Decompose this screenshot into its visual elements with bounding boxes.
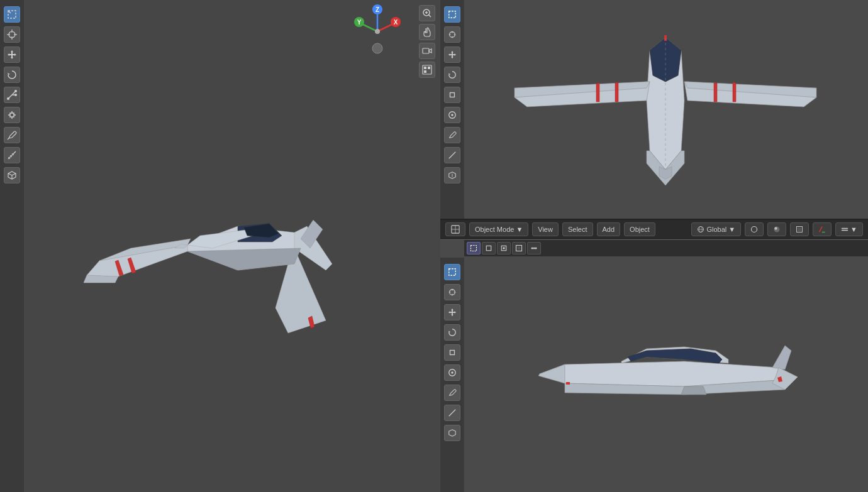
cursor-btn-tr[interactable] <box>444 26 460 43</box>
measure-btn-tr[interactable] <box>444 147 460 163</box>
svg-rect-42 <box>424 67 426 69</box>
svg-point-93 <box>752 226 757 232</box>
add-menu-btn[interactable]: Add <box>597 222 621 236</box>
svg-marker-51 <box>84 275 118 283</box>
svg-rect-101 <box>842 229 849 231</box>
view-menu-btn[interactable]: View <box>532 222 559 236</box>
svg-line-120 <box>449 410 456 417</box>
cursor-btn-br[interactable] <box>444 284 460 300</box>
cursor-btn[interactable] <box>4 26 20 43</box>
left-viewport: Z X Y <box>0 0 440 492</box>
lasso-mode-btn[interactable] <box>512 242 526 254</box>
select-label: Select <box>568 226 587 233</box>
circle-mode-btn[interactable] <box>497 242 511 254</box>
extra-mode-btn[interactable] <box>527 242 541 254</box>
svg-text:Z: Z <box>376 6 379 13</box>
render-btn[interactable] <box>419 62 435 78</box>
select-menu-btn[interactable]: Select <box>562 222 593 236</box>
move-btn-br[interactable] <box>444 304 460 320</box>
select-btn[interactable] <box>4 6 20 23</box>
svg-point-109 <box>533 248 535 249</box>
viewport-shading-btn[interactable] <box>790 222 809 236</box>
overlay-btn[interactable] <box>745 222 764 236</box>
svg-line-37 <box>429 15 431 18</box>
object-label: Object <box>630 226 650 233</box>
view-label: View <box>538 226 553 233</box>
side-view-svg <box>464 258 868 492</box>
rotate-btn[interactable] <box>4 67 20 83</box>
select-btn-tr[interactable] <box>444 6 460 23</box>
bottom-right-viewport: Object Mode ▼ View Select Add Object <box>440 220 868 492</box>
svg-rect-102 <box>471 246 477 251</box>
box-mode-btn[interactable] <box>482 242 496 254</box>
svg-rect-111 <box>449 269 456 276</box>
annotate-btn-tr[interactable] <box>444 127 460 143</box>
measure-btn-br[interactable] <box>444 405 460 421</box>
select-btn-br[interactable] <box>444 264 460 280</box>
annotate-btn[interactable] <box>4 127 20 143</box>
svg-rect-100 <box>842 227 849 229</box>
object-mode-btn[interactable]: Object Mode ▼ <box>469 222 528 236</box>
grease-btn-br[interactable] <box>444 425 460 441</box>
svg-rect-105 <box>503 248 505 249</box>
bottom-right-toolbar <box>440 258 464 492</box>
svg-point-11 <box>14 94 17 96</box>
scale-btn[interactable] <box>4 87 20 103</box>
svg-point-108 <box>531 248 533 249</box>
transform-btn[interactable] <box>4 107 20 123</box>
top-view-svg <box>464 0 868 220</box>
move-btn[interactable] <box>4 46 20 63</box>
svg-rect-107 <box>518 247 521 250</box>
svg-line-98 <box>820 226 823 232</box>
measure-btn[interactable] <box>4 147 20 163</box>
svg-point-69 <box>451 114 453 116</box>
right-panel: Object Mode ▼ View Select Add Object <box>440 0 868 492</box>
gizmo-area: Z X Y <box>349 3 406 60</box>
cage-btn-tr[interactable] <box>444 107 460 123</box>
svg-rect-97 <box>798 227 801 231</box>
object-mode-label: Object Mode <box>475 226 514 233</box>
rotate-btn-tr[interactable] <box>444 67 460 83</box>
view-header: Object Mode ▼ View Select Add Object <box>440 220 868 239</box>
left-toolbar <box>0 0 24 492</box>
perspective-view-svg <box>24 0 439 492</box>
cage-btn-br[interactable] <box>444 364 460 381</box>
svg-rect-44 <box>424 70 426 73</box>
svg-marker-78 <box>596 83 599 102</box>
svg-point-119 <box>451 371 453 374</box>
extra-menu-btn[interactable]: ▼ <box>835 222 863 236</box>
add-label: Add <box>603 226 615 233</box>
svg-line-22 <box>8 173 12 175</box>
object-menu-btn[interactable]: Object <box>624 222 655 236</box>
svg-rect-61 <box>449 11 456 18</box>
svg-text:Y: Y <box>357 19 362 26</box>
svg-line-23 <box>12 173 16 175</box>
icon-sub-toolbar <box>464 240 868 256</box>
svg-point-95 <box>774 227 777 230</box>
svg-point-34 <box>375 29 380 34</box>
annotate-btn-br[interactable] <box>444 385 460 401</box>
svg-rect-40 <box>423 48 429 53</box>
svg-marker-81 <box>733 82 736 102</box>
svg-rect-67 <box>450 93 455 97</box>
grease-btn-tr[interactable] <box>444 167 460 183</box>
add-cube-btn[interactable] <box>4 167 20 183</box>
camera-btn[interactable] <box>419 43 435 59</box>
gizmo-toggle-btn[interactable] <box>813 222 832 236</box>
svg-marker-126 <box>566 382 570 385</box>
move-btn-tr[interactable] <box>444 46 460 63</box>
svg-line-70 <box>449 152 456 159</box>
svg-point-10 <box>7 97 9 100</box>
shading-btn[interactable] <box>767 222 786 236</box>
scale-btn-br[interactable] <box>444 344 460 361</box>
select-mode-btn[interactable] <box>467 242 481 254</box>
zoom-btn[interactable] <box>419 5 435 21</box>
svg-marker-131 <box>681 386 706 395</box>
viewport-icon-btn[interactable] <box>445 222 465 236</box>
svg-marker-80 <box>714 83 717 102</box>
rotate-btn-br[interactable] <box>444 324 460 341</box>
transform-global-btn[interactable]: Global ▼ <box>691 222 741 236</box>
hand-btn[interactable] <box>419 24 435 40</box>
svg-rect-117 <box>450 351 455 355</box>
scale-btn-tr[interactable] <box>444 87 460 103</box>
